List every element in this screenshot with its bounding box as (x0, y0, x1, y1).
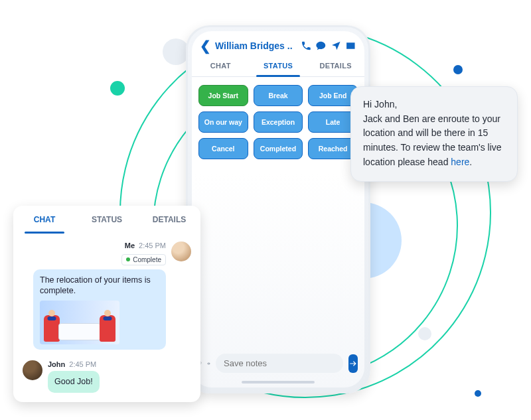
preview-icon[interactable] (207, 358, 210, 369)
popup-greeting: Hi John, (363, 99, 397, 109)
sms-popup: Hi John, Jack and Ben are enroute to you… (350, 86, 518, 182)
card-tab-chat[interactable]: CHAT (13, 206, 76, 234)
job-start-button[interactable]: Job Start (198, 85, 248, 106)
card-tab-details[interactable]: DETAILS (138, 206, 200, 234)
exception-button[interactable]: Exception (254, 111, 303, 133)
message-bubble: The relocation of your items is complete… (33, 269, 166, 350)
send-button[interactable] (348, 354, 358, 373)
header-title: William Bridges .. (215, 40, 293, 51)
tab-details[interactable]: DETAILS (307, 56, 364, 76)
message-row: Me 2:45 PM Complete The relocation of yo… (23, 242, 191, 350)
message-body: Me 2:45 PM Complete The relocation of yo… (33, 242, 166, 350)
message-time: 2:45 PM (69, 360, 96, 368)
decor-dot (475, 390, 481, 397)
message-bubble: Good Job! (48, 371, 100, 393)
phone-tabs: CHAT STATUS DETAILS (192, 56, 364, 77)
mail-icon[interactable] (345, 40, 356, 52)
phone-header: ❮ William Bridges .. (192, 31, 364, 56)
sender-name: Me (125, 242, 135, 249)
avatar (23, 360, 42, 380)
home-indicator (242, 381, 315, 384)
chat-card: CHAT STATUS DETAILS Me 2:45 PM Complete … (13, 206, 200, 402)
popup-body: Jack and Ben are enroute to your locatio… (363, 113, 502, 167)
live-location-link[interactable]: here (451, 157, 469, 167)
avatar (171, 242, 191, 261)
tab-status[interactable]: STATUS (250, 56, 307, 76)
note-composer (198, 354, 358, 373)
phone-mock: ❮ William Bridges .. CHAT STATUS DETAILS… (186, 25, 370, 393)
decor-dot (110, 81, 125, 96)
break-button[interactable]: Break (254, 85, 303, 106)
message-row: John 2:45 PM Good Job! (23, 360, 191, 393)
arrow-right-icon (348, 359, 358, 368)
popup-body-end: . (469, 157, 472, 167)
message-text: Good Job! (54, 377, 93, 386)
card-tab-status[interactable]: STATUS (76, 206, 138, 234)
completed-button[interactable]: Completed (254, 138, 303, 159)
sender-name: John (48, 360, 65, 368)
status-badge: Complete (121, 254, 166, 265)
message-image (40, 301, 119, 344)
cancel-button[interactable]: Cancel (198, 138, 248, 159)
on-our-way-button[interactable]: On our way (198, 111, 248, 133)
phone-icon[interactable] (301, 40, 312, 52)
message-body: John 2:45 PM Good Job! (48, 360, 100, 393)
decor-dot (453, 65, 463, 74)
phone-screen: ❮ William Bridges .. CHAT STATUS DETAILS… (192, 31, 364, 387)
tab-chat[interactable]: CHAT (192, 56, 250, 76)
location-icon[interactable] (331, 40, 342, 52)
message-time: 2:45 PM (139, 242, 166, 249)
chat-icon[interactable] (315, 40, 327, 52)
decor-dot (418, 327, 431, 340)
back-button[interactable]: ❮ (200, 39, 211, 52)
status-button-grid: Job Start Break Job End On our way Excep… (192, 77, 364, 167)
decor-dot (163, 38, 189, 65)
notes-input[interactable] (216, 354, 343, 373)
chat-card-tabs: CHAT STATUS DETAILS (13, 206, 200, 235)
message-text: The relocation of your items is complete… (40, 275, 151, 296)
